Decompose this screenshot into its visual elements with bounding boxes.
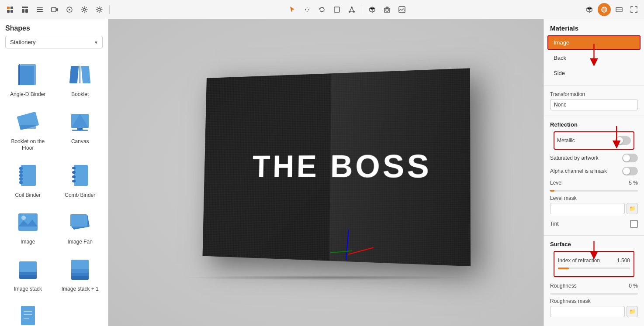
svg-rect-45: [72, 175, 76, 178]
transformation-select[interactable]: None: [550, 99, 638, 110]
frame-icon[interactable]: [330, 3, 343, 16]
shape-booklet[interactable]: Booklet: [54, 55, 107, 103]
left-sidebar: Shapes Stationery Basic Business Angle-D…: [0, 19, 108, 326]
shape-booklet-floor[interactable]: Booklet on the Floor: [2, 103, 54, 156]
svg-rect-36: [21, 165, 36, 186]
canvas-label: Canvas: [71, 138, 89, 145]
sun-icon[interactable]: [93, 3, 106, 16]
3d-scene: THE BOSS: [173, 46, 479, 299]
ior-fill: [558, 268, 569, 269]
roughness-slider[interactable]: [550, 293, 638, 295]
grid-icon[interactable]: [3, 3, 17, 16]
svg-rect-44: [72, 171, 76, 174]
shape-angle-d-binder[interactable]: Angle-D Binder: [2, 55, 54, 103]
category-dropdown[interactable]: Stationery Basic Business: [5, 36, 103, 48]
svg-rect-2: [7, 10, 10, 13]
metallic-highlighted: Metallic: [554, 131, 634, 150]
camera2-icon[interactable]: [381, 3, 394, 16]
crop-icon[interactable]: [63, 3, 76, 16]
menu-icon[interactable]: [33, 3, 46, 16]
svg-point-19: [386, 9, 388, 11]
settings-icon[interactable]: [78, 3, 91, 16]
tab-side[interactable]: Side: [547, 66, 641, 80]
svg-rect-7: [37, 7, 43, 8]
svg-point-41: [19, 181, 23, 184]
roughness-value: 0 %: [629, 283, 638, 289]
panel2-icon[interactable]: [613, 3, 626, 16]
divider-1: [544, 86, 644, 86]
cursor-icon[interactable]: [286, 3, 299, 16]
alpha-label: Alpha channel is a mask: [550, 168, 607, 174]
level-value: 5 %: [629, 180, 638, 186]
tint-row: Tint: [550, 218, 638, 230]
metallic-row: Metallic: [557, 134, 631, 147]
shapes-grid: Angle-D Binder Booklet: [0, 54, 108, 326]
svg-point-48: [21, 216, 26, 220]
cube2-icon[interactable]: [583, 3, 596, 16]
svg-rect-28: [69, 66, 79, 83]
saturated-row: Saturated by artwork: [550, 151, 638, 165]
video-icon[interactable]: [48, 3, 61, 16]
svg-point-17: [349, 11, 350, 13]
roughness-track: [550, 293, 638, 295]
booklet-icon: [66, 61, 94, 89]
level-mask-label: Level mask: [550, 195, 638, 201]
canvas-icon: [66, 108, 94, 136]
image-stack-1-icon: [66, 255, 94, 283]
scene-icon[interactable]: [395, 3, 409, 16]
svg-point-37: [19, 167, 23, 170]
image-stack-label: Image stack: [14, 286, 42, 293]
ior-slider[interactable]: [558, 268, 630, 269]
node-icon[interactable]: [345, 3, 358, 16]
svg-rect-32: [20, 125, 36, 129]
svg-rect-29: [81, 66, 90, 83]
alpha-toggle[interactable]: [622, 167, 638, 175]
shape-image-stack-1[interactable]: Image stack + 1: [54, 250, 107, 297]
shape-image[interactable]: Image: [2, 203, 54, 250]
card-text: THE BOSS: [252, 148, 432, 185]
comb-binder-icon: [66, 161, 94, 189]
roughness-mask-label: Roughness mask: [550, 298, 638, 304]
level-mask-folder[interactable]: 📁: [627, 203, 638, 214]
saturated-label: Saturated by artwork: [550, 155, 599, 161]
divider-3: [544, 235, 644, 236]
roughness-mask-select[interactable]: [550, 306, 625, 317]
ior-row: Index of refraction 1.500: [558, 255, 630, 266]
reflection-title: Reflection: [550, 121, 638, 128]
tab-image[interactable]: Image: [547, 35, 641, 50]
tint-checkbox[interactable]: [630, 220, 638, 228]
saturated-toggle[interactable]: [622, 154, 638, 162]
level-label: Level: [550, 180, 563, 186]
metallic-toggle[interactable]: [615, 136, 631, 145]
coil-binder-label: Coil Binder: [15, 192, 41, 199]
object3d-icon[interactable]: [366, 3, 379, 16]
tint-label: Tint: [550, 221, 559, 227]
tab-back[interactable]: Back: [547, 51, 641, 65]
roughness-label: Roughness: [550, 283, 577, 289]
image-fan-icon: [66, 208, 94, 236]
level-mask-row: 📁: [550, 203, 638, 214]
separator-1: [109, 5, 110, 14]
move-icon[interactable]: [301, 3, 314, 16]
roughness-mask-folder[interactable]: 📁: [627, 306, 638, 317]
mockup-card: THE BOSS: [202, 68, 471, 266]
level-row: Level 5 %: [550, 178, 638, 188]
layout-icon[interactable]: [18, 3, 31, 16]
svg-rect-3: [10, 10, 13, 13]
category-select[interactable]: Stationery Basic Business: [5, 36, 103, 48]
svg-point-38: [19, 170, 23, 174]
level-mask-select[interactable]: [550, 203, 625, 214]
svg-point-39: [19, 174, 23, 177]
shape-coil-binder[interactable]: Coil Binder: [2, 156, 54, 203]
ior-highlighted: Index of refraction 1.500: [554, 251, 634, 277]
shape-comb-binder[interactable]: Comb Binder: [54, 156, 107, 203]
shape-single-page[interactable]: Single Page: [2, 297, 54, 326]
shape-canvas[interactable]: Canvas: [54, 103, 107, 156]
reflection-section: Reflection Metallic Saturated by artwork…: [544, 118, 644, 233]
level-slider[interactable]: [550, 190, 638, 192]
shape-image-stack[interactable]: Image stack: [2, 250, 54, 297]
expand-icon[interactable]: [627, 3, 641, 16]
shape-image-fan[interactable]: Image Fan: [54, 203, 107, 250]
ball2-icon[interactable]: [598, 3, 611, 16]
undo-icon[interactable]: [315, 3, 329, 16]
